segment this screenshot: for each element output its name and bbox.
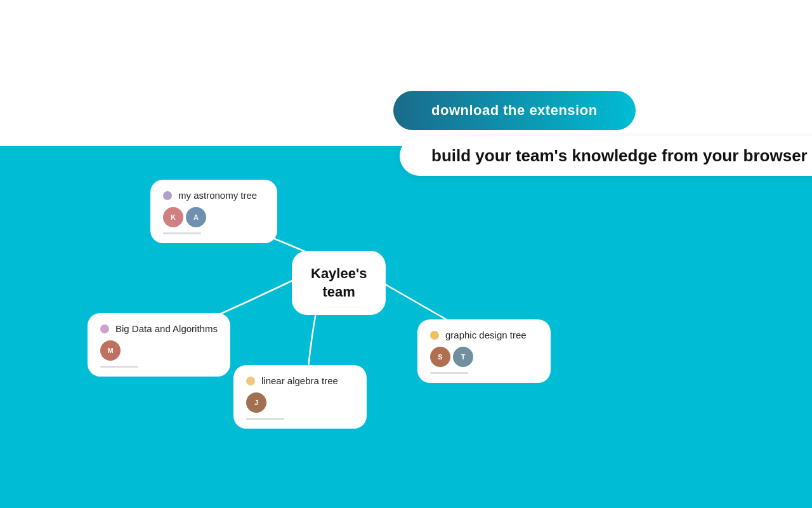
astronomy-card-line — [163, 232, 201, 234]
graphic-card-line — [430, 372, 468, 374]
graphic-card-title: graphic design tree — [430, 330, 538, 340]
astronomy-card-title: my astronomy tree — [163, 190, 265, 201]
bigdata-label: Big Data and Algorithms — [115, 323, 218, 334]
bigdata-card-title: Big Data and Algorithms — [100, 323, 218, 334]
team-card-title: Kaylee's team — [311, 265, 367, 301]
graphic-dot — [430, 331, 439, 340]
linear-card-title: linear algebra tree — [246, 375, 354, 386]
linear-avatars: J — [246, 392, 354, 413]
team-title-line1: Kaylee's — [311, 265, 367, 281]
graphic-avatars: S T — [430, 347, 538, 367]
subtitle-label: build your team's knowledge from your br… — [431, 146, 808, 165]
bigdata-card-line — [100, 366, 138, 368]
astronomy-card[interactable]: my astronomy tree K A — [150, 180, 277, 243]
download-extension-button[interactable]: download the extension — [393, 91, 636, 130]
team-title-line2: team — [323, 284, 355, 300]
linear-card[interactable]: linear algebra tree J — [233, 365, 367, 429]
astronomy-avatars: K A — [163, 207, 265, 227]
bigdata-avatars: M — [100, 340, 218, 361]
subtitle-text: build your team's knowledge from your br… — [400, 136, 812, 176]
graphic-card[interactable]: graphic design tree S T — [417, 319, 551, 383]
linear-dot — [246, 377, 255, 385]
bigdata-avatar-1: M — [100, 340, 121, 361]
linear-avatar-1: J — [246, 392, 266, 413]
download-button-label: download the extension — [431, 102, 598, 118]
astronomy-avatar-1: K — [163, 207, 183, 227]
linear-card-line — [246, 418, 284, 420]
astronomy-avatar-2: A — [186, 207, 206, 227]
astronomy-dot — [163, 191, 172, 200]
graphic-avatar-1: S — [430, 347, 450, 367]
bigdata-dot — [100, 324, 109, 333]
team-center-card: Kaylee's team — [292, 251, 386, 315]
graphic-avatar-2: T — [453, 347, 473, 367]
bigdata-card[interactable]: Big Data and Algorithms M — [88, 313, 230, 377]
graphic-label: graphic design tree — [445, 330, 527, 340]
astronomy-label: my astronomy tree — [178, 190, 257, 201]
linear-label: linear algebra tree — [261, 375, 338, 386]
